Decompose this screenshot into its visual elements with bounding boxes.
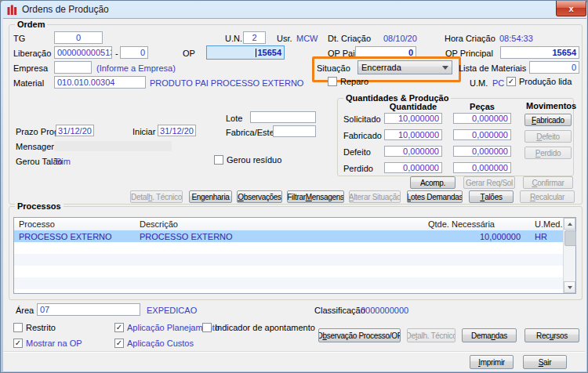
scrollbar-thumb[interactable]	[564, 230, 576, 246]
producao-lida-checkbox[interactable]: Produção lida	[506, 77, 572, 86]
area-description: EXPEDICAO	[147, 306, 197, 315]
mensagem-field	[54, 141, 172, 151]
fabricado-pecas-field[interactable]: 0,000000	[453, 129, 511, 140]
movimento-defeito-button[interactable]: Defeito	[524, 130, 572, 143]
fabrica-esteira-field[interactable]	[273, 125, 316, 137]
sair-button[interactable]: Sair	[523, 355, 567, 369]
perdido-quantidade-field[interactable]: 0,000000	[384, 162, 442, 173]
empty-rows-area	[14, 242, 563, 293]
gerou-residuo-checkbox[interactable]: Gerou resíduo	[214, 155, 281, 165]
checkbox-box	[13, 323, 23, 332]
detalh-tecnico-button[interactable]: Detalh. Técnico	[130, 190, 183, 203]
cell-processo: PROCESSO EXTERNO	[19, 232, 112, 241]
ordens-de-producao-window: Ordens de Produção x Ordem TG 0 U.N. 2 U…	[0, 0, 588, 373]
col-umed: U.Med.	[535, 219, 562, 229]
table-scrollbar[interactable]	[563, 218, 575, 293]
acomp-button[interactable]: Acomp.	[410, 176, 456, 189]
defeito-pecas-field[interactable]: 0,000000	[453, 146, 511, 157]
fabricado-quantidade-field[interactable]: 10,000000	[384, 129, 442, 140]
observacoes-button[interactable]: Observações	[237, 190, 282, 203]
detalh-tecnico-processo-button[interactable]: Detalh. Técnico	[407, 328, 456, 342]
iniciar-field[interactable]: 31/12/20	[158, 125, 196, 136]
text-cursor	[256, 49, 256, 57]
checkbox-box	[202, 323, 212, 332]
situacao-select[interactable]: Encerrada	[358, 60, 452, 74]
close-button[interactable]: x	[556, 1, 586, 16]
demandas-button[interactable]: Demandas	[462, 328, 517, 342]
area-label: Área	[16, 306, 34, 315]
recalcular-button[interactable]: Recalcular	[520, 190, 575, 203]
material-label: Material	[13, 78, 44, 88]
recursos-button[interactable]: Recursos	[524, 328, 579, 342]
dt-criacao-value: 08/10/20	[383, 34, 417, 43]
observacao-processo-op-button[interactable]: Observação Processo/OP	[318, 328, 401, 342]
perdido-pecas-field[interactable]: 0,000000	[453, 162, 511, 173]
checkbox-box	[328, 77, 337, 86]
lotes-demandas-button[interactable]: Lotes Demandas	[407, 190, 463, 203]
un-field[interactable]: 2	[243, 31, 266, 44]
gerar-req-sol-button[interactable]: Gerar Req/Sol	[463, 176, 515, 189]
classificacao-value: 0000000000	[361, 306, 408, 315]
op-principal-field[interactable]: 15654	[500, 46, 579, 59]
movimento-perdido-button[interactable]: Perdido	[524, 147, 572, 159]
solicitado-quantidade-field[interactable]: 10,000000	[384, 113, 442, 124]
mensagem-label: Mensagem	[16, 142, 58, 151]
lote-field[interactable]	[250, 111, 316, 123]
footer-separator	[3, 351, 585, 353]
op-pai-field[interactable]: 0	[355, 46, 416, 59]
col-qtde-necessaria: Qtde. Necessária	[428, 219, 495, 229]
processo-row-selected[interactable]: PROCESSO EXTERNO PROCESSO EXTERNO 10,000…	[14, 230, 563, 242]
defeito-label: Defeito	[343, 147, 371, 157]
iniciar-label: Iniciar	[132, 127, 155, 136]
liberacao-field[interactable]: 000000000513	[54, 46, 112, 59]
dt-criacao-label: Dt. Criação	[328, 34, 371, 43]
op-principal-label: OP Principal	[445, 49, 493, 58]
chevron-down-icon	[442, 66, 448, 70]
un-label: U.N.	[225, 34, 242, 43]
processos-table-header: Processo Descrição Qtde. Necessária U.Me…	[14, 218, 575, 231]
cell-descricao: PROCESSO EXTERNO	[140, 232, 233, 241]
hora-criacao-value: 08:54:33	[499, 34, 533, 43]
cell-umed: HR	[535, 232, 547, 241]
lista-materiais-label: Lista de Materiais	[459, 63, 526, 73]
scroll-up-icon[interactable]	[564, 218, 575, 230]
taloes-button[interactable]: Talões	[469, 190, 514, 203]
area-field[interactable]: 07	[37, 303, 140, 316]
liberacao-label: Liberação	[13, 49, 51, 58]
indicador-apontamento-checkbox[interactable]: Indicador de apontamento	[202, 323, 315, 332]
col-processo: Processo	[19, 219, 55, 229]
restrito-checkbox[interactable]: Restrito	[13, 323, 56, 332]
empresa-field[interactable]	[54, 61, 92, 74]
pecas-column-header: Peças	[453, 102, 511, 111]
movimento-fabricado-button[interactable]: Fabricado	[524, 114, 572, 126]
empresa-hint-link[interactable]: (Informe a Empresa)	[96, 63, 176, 73]
empresa-label: Empresa	[13, 63, 48, 73]
prazo-field[interactable]: 31/12/20	[56, 125, 94, 136]
confirmar-button[interactable]: Confirmar	[523, 176, 573, 189]
imprimir-button[interactable]: Imprimir	[470, 355, 514, 369]
filtrar-mensagens-button[interactable]: Filtrar Mensagens	[287, 190, 344, 203]
situacao-label: Situação	[317, 63, 350, 73]
aplicacao-custos-checkbox[interactable]: Aplicação Custos	[114, 339, 194, 348]
reparo-checkbox[interactable]: Reparo	[328, 77, 368, 86]
app-icon	[7, 5, 17, 15]
col-descricao: Descrição	[140, 219, 178, 229]
ordem-group-label: Ordem	[15, 20, 47, 29]
alterar-situacao-button[interactable]: Alterar Situação	[349, 190, 401, 203]
situacao-selected-value: Encerrada	[361, 63, 442, 72]
tg-label: TG	[13, 34, 25, 43]
scroll-down-icon[interactable]	[564, 281, 575, 293]
window-title: Ordens de Produção	[22, 4, 109, 15]
defeito-quantidade-field[interactable]: 0,000000	[384, 146, 442, 157]
op-field[interactable]: 15654	[206, 45, 285, 60]
checkbox-box	[506, 77, 516, 86]
liberacao-seq-field[interactable]: 0	[120, 46, 148, 59]
lista-materiais-field[interactable]: 0	[529, 61, 579, 74]
tg-field[interactable]: 0	[54, 31, 103, 44]
engenharia-button[interactable]: Engenharia	[189, 190, 232, 203]
mostrar-na-op-checkbox[interactable]: Mostrar na OP	[13, 339, 82, 348]
solicitado-pecas-field[interactable]: 0,000000	[453, 113, 511, 124]
material-field[interactable]: 010.010.00304	[54, 76, 146, 89]
usr-label: Usr.	[277, 34, 292, 43]
title-bar: Ordens de Produção	[1, 1, 587, 18]
